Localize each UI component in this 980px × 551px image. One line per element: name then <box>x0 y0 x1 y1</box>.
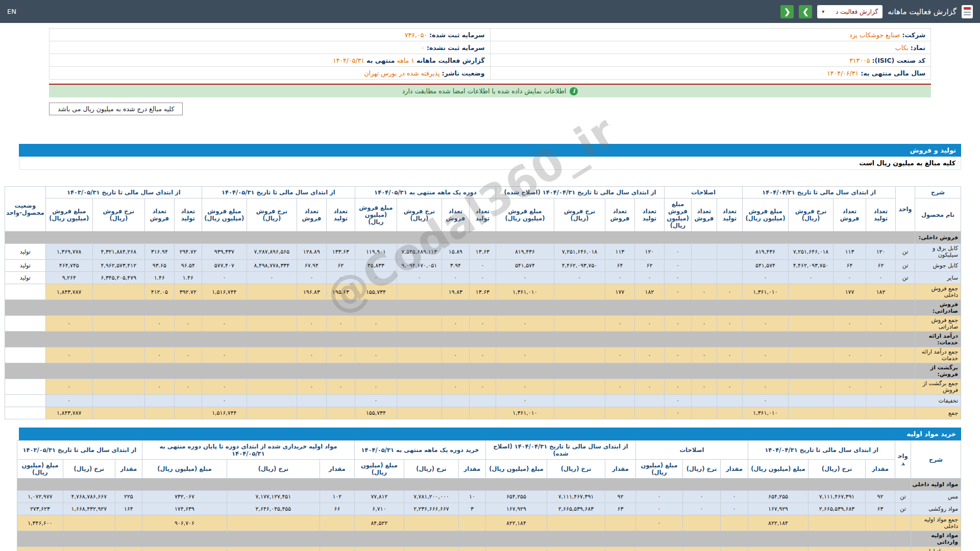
value-cell: ۲,۶۶۵,۵۳۹,۶۸۳ <box>547 503 605 515</box>
field-label: کد صنعت (ISIC): <box>872 57 925 64</box>
value-cell: ۱.۴۶ <box>174 272 202 284</box>
value-cell: ۰ <box>664 316 691 332</box>
value-cell: ۰ <box>635 491 682 503</box>
value-cell: ۰ <box>691 347 717 363</box>
value-cell <box>717 272 742 284</box>
value-cell <box>720 547 748 551</box>
value-cell: ۰ <box>866 379 896 395</box>
value-cell: ۰ <box>202 272 247 284</box>
nav-back-button[interactable]: ❮ <box>780 5 794 18</box>
company-info-section: شرکت: صنایع جوشکاب یزد سرمایه ثبت شده: ۷… <box>49 28 931 80</box>
value-cell <box>691 395 717 407</box>
value-cell <box>554 407 605 419</box>
amounts-note: کلیه مبالغ درج شده به میلیون ریال می باش… <box>49 103 183 115</box>
value-cell <box>605 407 634 419</box>
value-cell: ۰ <box>866 272 896 284</box>
group-header: اصلاحات <box>664 187 742 198</box>
value-cell: ۰ <box>605 272 634 284</box>
materials-table: شرحواحداز ابتدای سال مالی تا تاریخ ۱۴۰۴/… <box>17 440 961 551</box>
value-cell <box>297 407 326 419</box>
value-cell: ۲,۲۳۶,۶۶۶,۶۶۷ <box>404 503 458 515</box>
value-cell: ۰ <box>664 272 691 284</box>
value-cell: ۷,۱۷۷,۱۲۷,۴۵۱ <box>227 491 320 503</box>
row-label: تخفیفات <box>915 395 961 407</box>
table-row: جمع برگشت از فروش۰۰۰۰۰۰۰۰۰۰۰۰۰۰۰۰۰۰ <box>5 379 961 395</box>
value-cell <box>326 407 355 419</box>
value-cell <box>326 395 355 407</box>
codal-monthly-report-page: { "colors": { "topbar": "#3E4D5C", "acce… <box>0 0 980 551</box>
value-cell: ۹۰۶,۷۰۶ <box>142 515 227 531</box>
value-cell: ۰ <box>664 284 691 300</box>
isic-code-field: کد صنعت (ISIC): ۳۱۳۰۰۵ <box>490 54 931 67</box>
value-cell <box>227 547 320 551</box>
group-header: دوره یک ماهه منتهی به ۱۴۰۴/۰۵/۳۱ <box>355 187 496 198</box>
value-cell: ۲۷۳,۶۲۳ <box>17 503 63 515</box>
value-cell: ۱۷۷ <box>834 284 866 300</box>
row-label: مواد روکشی <box>911 503 961 515</box>
sub-header: تعداد فروش <box>834 198 866 232</box>
value-cell <box>92 347 144 363</box>
unit-cell <box>896 316 915 332</box>
row-label: جمع مواد اولیه داخلی <box>911 515 961 531</box>
value-cell <box>866 515 895 531</box>
value-cell: ۱,۳۶۱,۰۱۰ <box>496 407 554 419</box>
unit-cell <box>895 547 911 551</box>
value-cell: ۵۷۷,۴۰۷ <box>202 260 247 272</box>
value-cell: ۰ <box>682 491 720 503</box>
value-cell <box>92 407 144 419</box>
value-cell: ۱,۸۴۳,۷۸۷ <box>45 284 92 300</box>
language-toggle-en[interactable]: EN <box>7 8 16 15</box>
value-cell: ۰ <box>682 503 720 515</box>
value-cell: ۴۱۲.۰۵ <box>144 284 174 300</box>
value-cell <box>717 244 742 260</box>
value-cell: ۰ <box>717 379 742 395</box>
sub-header: تعداد فروش <box>297 198 326 232</box>
field-value: بکاب <box>895 44 909 52</box>
value-cell: ۱,۳۶۱,۰۱۰ <box>496 284 554 300</box>
group-header: خرید دوره یک ماهه منتهی به ۱۴۰۴/۰۵/۳۱ <box>354 441 485 460</box>
row-label: کابل برق و سیلیکون <box>915 244 961 260</box>
unit-cell: تن <box>896 244 915 260</box>
report-type-select[interactable]: گزارش فعالیت د ▾ <box>817 5 883 18</box>
value-cell <box>92 316 144 332</box>
sub-header: مبلغ (میلیون ریال) <box>485 460 547 479</box>
col-header-unit: واحد <box>895 441 911 479</box>
section-row: برگشت از فروش: <box>5 363 961 379</box>
sub-header: مبلغ فروش (میلیون ریال) <box>355 198 397 232</box>
value-cell: ۱۳۳.۶۳ <box>326 244 355 260</box>
section-filler <box>5 300 915 316</box>
value-cell: ۰ <box>297 347 326 363</box>
table-row: جمع مواد اولیه داخلی۸۲۲,۱۸۴۰۸۲۲,۱۸۴۸۴,۵۲… <box>17 515 961 531</box>
value-cell: ۰ <box>326 316 355 332</box>
status-cell <box>5 347 45 363</box>
value-cell: ۰ <box>469 316 496 332</box>
value-cell <box>144 407 174 419</box>
unit-cell <box>896 284 915 300</box>
value-cell: ۱۷۷ <box>605 284 634 300</box>
nav-forward-button[interactable]: ❯ <box>799 5 812 18</box>
sub-header: نرخ (ریال) <box>404 460 458 479</box>
status-cell <box>5 379 45 395</box>
section-filler <box>17 531 911 547</box>
sub-header: نرخ فروش (ریال) <box>92 198 144 232</box>
value-cell: ۶۵۴,۲۵۵ <box>485 491 547 503</box>
chevron-down-icon: ▾ <box>822 9 824 14</box>
value-cell: ۰ <box>442 347 469 363</box>
value-cell: ۱,۳۶۹,۷۷۸ <box>45 244 92 260</box>
issuer-status-field: وضعیت ناشر: پذیرفته شده در بورس تهران <box>50 67 491 80</box>
table-row: تخفیفات۰۰۰۰۰۰ <box>5 395 961 407</box>
sub-header: مقدار <box>458 460 485 479</box>
value-cell: ۱,۵۱۶,۷۴۴ <box>202 407 247 419</box>
value-cell: ۰ <box>174 347 202 363</box>
value-cell: ۰ <box>634 272 664 284</box>
value-cell <box>717 260 742 272</box>
value-cell: ۹۲ <box>605 491 635 503</box>
value-cell: ۰ <box>355 316 397 332</box>
value-cell: ۱۱۹,۹۰۱ <box>355 244 397 260</box>
value-cell: ۰ <box>45 316 92 332</box>
section-label: درآمد ارائه خدمات: <box>915 332 961 347</box>
section-label: مواد اولیه داخلی <box>911 479 961 491</box>
company-name-field: شرکت: صنایع جوشکاب یزد <box>490 29 931 41</box>
row-label: جمع <box>915 407 961 419</box>
field-label: شرکت: <box>902 31 925 39</box>
